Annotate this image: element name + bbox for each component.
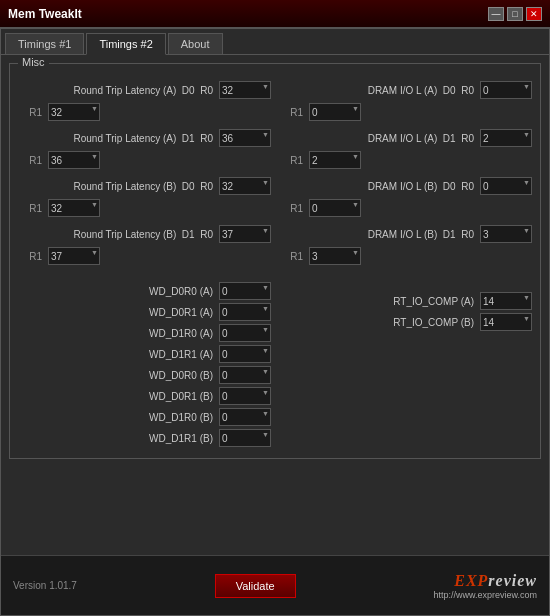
- rtl-b-d0-r0-select[interactable]: 3233: [219, 177, 271, 195]
- wd-d1r0-a-row: WD_D1R0 (A) 01: [18, 324, 271, 342]
- tab-about[interactable]: About: [168, 33, 223, 54]
- dram-a-d1-label: DRAM I/O L (A) D1 R0: [279, 133, 480, 144]
- rtl-a-d1-label: Round Trip Latency (A) D1 R0: [18, 133, 219, 144]
- wd-d1r0-a-wrapper: 01: [219, 324, 271, 342]
- rt-io-comp-a-row: RT_IO_COMP (A) 1415: [279, 292, 532, 310]
- tab-bar: Timings #1 Timings #2 About: [1, 29, 549, 55]
- rtl-b-d0-label: Round Trip Latency (B) D0 R0: [18, 181, 219, 192]
- rt-io-comp-b-row: RT_IO_COMP (B) 1415: [279, 313, 532, 331]
- tab-timings1[interactable]: Timings #1: [5, 33, 84, 54]
- wd-d1r1-b-select[interactable]: 01: [219, 429, 271, 447]
- close-button[interactable]: ✕: [526, 7, 542, 21]
- dram-a-d0-r0-wrapper: 012: [480, 81, 532, 99]
- dram-b-d1-r0-row: DRAM I/O L (B) D1 R0 34: [279, 224, 532, 244]
- rtl-b-d1-r1-wrapper: 3738: [48, 247, 100, 265]
- dram-a-d1-r1-select[interactable]: 23: [309, 151, 361, 169]
- version-label: Version 1.01.7: [13, 580, 77, 591]
- dram-b-d0-r0-select[interactable]: 01: [480, 177, 532, 195]
- dram-b-d1-r0-select[interactable]: 34: [480, 225, 532, 243]
- wd-right: RT_IO_COMP (A) 1415 RT_IO_COMP (B) 1415: [279, 282, 532, 450]
- r1-dram-a-d0: R1: [279, 107, 309, 118]
- dram-b-d0-r0-row: DRAM I/O L (B) D0 R0 01: [279, 176, 532, 196]
- rt-io-comp-a-label: RT_IO_COMP (A): [279, 296, 480, 307]
- wd-d1r1-a-row: WD_D1R1 (A) 01: [18, 345, 271, 363]
- wd-d0r1-a-wrapper: 01: [219, 303, 271, 321]
- rtl-a-d0-r0-row: Round Trip Latency (A) D0 R0 32333435: [18, 80, 271, 100]
- wd-d1r1-a-select[interactable]: 01: [219, 345, 271, 363]
- rtl-b-d1-r1-row: R1 3738: [18, 246, 271, 266]
- rtl-a-d0-r0-select[interactable]: 32333435: [219, 81, 271, 99]
- misc-group: Misc Round Trip Latency (A) D0 R0 323334…: [9, 63, 541, 459]
- wd-d1r0-b-row: WD_D1R0 (B) 01: [18, 408, 271, 426]
- rtl-b-d1-r1-select[interactable]: 3738: [48, 247, 100, 265]
- content-area: Misc Round Trip Latency (A) D0 R0 323334…: [1, 55, 549, 555]
- wd-d1r1-a-wrapper: 01: [219, 345, 271, 363]
- wd-d1r0-b-label: WD_D1R0 (B): [18, 412, 219, 423]
- dram-b-d1-r0-wrapper: 34: [480, 225, 532, 243]
- rt-io-comp-a-select[interactable]: 1415: [480, 292, 532, 310]
- wd-d1r0-a-label: WD_D1R0 (A): [18, 328, 219, 339]
- tab-timings2[interactable]: Timings #2: [86, 33, 165, 55]
- right-column: DRAM I/O L (A) D0 R0 012 R1: [279, 80, 532, 272]
- wd-d0r0-a-wrapper: 01: [219, 282, 271, 300]
- wd-d0r0-a-label: WD_D0R0 (A): [18, 286, 219, 297]
- rtl-a-d0-r1-select[interactable]: 3233: [48, 103, 100, 121]
- wd-d0r1-b-label: WD_D0R1 (B): [18, 391, 219, 402]
- wd-d0r0-a-row: WD_D0R0 (A) 01: [18, 282, 271, 300]
- wd-d1r0-b-wrapper: 01: [219, 408, 271, 426]
- rtl-a-d0-r0-wrapper: 32333435: [219, 81, 271, 99]
- rtl-b-d1-r0-select[interactable]: 3738: [219, 225, 271, 243]
- wd-d0r0-b-row: WD_D0R0 (B) 01: [18, 366, 271, 384]
- rtl-a-d1-r0-row: Round Trip Latency (A) D1 R0 3637: [18, 128, 271, 148]
- minimize-button[interactable]: —: [488, 7, 504, 21]
- rtl-b-d0-r1-select[interactable]: 3233: [48, 199, 100, 217]
- wd-d0r0-b-label: WD_D0R0 (B): [18, 370, 219, 381]
- wd-d0r0-b-select[interactable]: 01: [219, 366, 271, 384]
- rtl-b-d0-r1-row: R1 3233: [18, 198, 271, 218]
- dram-a-d0-r0-select[interactable]: 012: [480, 81, 532, 99]
- r1-sublabel3: R1: [18, 203, 48, 214]
- wd-d0r0-a-select[interactable]: 01: [219, 282, 271, 300]
- validate-button[interactable]: Validate: [215, 574, 296, 598]
- left-column: Round Trip Latency (A) D0 R0 32333435 R1: [18, 80, 271, 272]
- dram-a-d1-group: DRAM I/O L (A) D1 R0 23 R1: [279, 128, 532, 170]
- rtl-b-d0-r0-row: Round Trip Latency (B) D0 R0 3233: [18, 176, 271, 196]
- dram-a-d1-r0-select[interactable]: 23: [480, 129, 532, 147]
- wd-d0r1-a-select[interactable]: 01: [219, 303, 271, 321]
- rtl-a-d1-r1-row: R1 3637: [18, 150, 271, 170]
- rtl-a-d1-r1-select[interactable]: 3637: [48, 151, 100, 169]
- rtl-b-d1-r0-wrapper: 3738: [219, 225, 271, 243]
- rtl-a-d0-label: Round Trip Latency (A) D0 R0: [18, 85, 219, 96]
- dram-a-d0-group: DRAM I/O L (A) D0 R0 012 R1: [279, 80, 532, 122]
- dram-a-d1-r0-row: DRAM I/O L (A) D1 R0 23: [279, 128, 532, 148]
- rt-io-comp-b-wrapper: 1415: [480, 313, 532, 331]
- r1-dram-b-d0: R1: [279, 203, 309, 214]
- wd-d0r0-b-wrapper: 01: [219, 366, 271, 384]
- rt-io-comp-b-select[interactable]: 1415: [480, 313, 532, 331]
- watermark: EXPreview http://www.expreview.com: [433, 572, 537, 600]
- window-controls: — □ ✕: [488, 7, 542, 21]
- rtl-a-d0-r1-row: R1 3233: [18, 102, 271, 122]
- rtl-a-d1-r0-select[interactable]: 3637: [219, 129, 271, 147]
- wd-d1r1-b-label: WD_D1R1 (B): [18, 433, 219, 444]
- wd-d0r1-b-select[interactable]: 01: [219, 387, 271, 405]
- rtl-a-d0-r1-wrapper: 3233: [48, 103, 100, 121]
- rtl-a-d0-group: Round Trip Latency (A) D0 R0 32333435 R1: [18, 80, 271, 122]
- wd-section: WD_D0R0 (A) 01 WD_D0R1 (A) 01: [18, 282, 532, 450]
- r1-sublabel4: R1: [18, 251, 48, 262]
- dram-b-d0-group: DRAM I/O L (B) D0 R0 01 R1: [279, 176, 532, 218]
- maximize-button[interactable]: □: [507, 7, 523, 21]
- title-bar: Mem TweakIt — □ ✕: [0, 0, 550, 28]
- dram-b-d1-r1-select[interactable]: 34: [309, 247, 361, 265]
- dram-b-d1-label: DRAM I/O L (B) D1 R0: [279, 229, 480, 240]
- watermark-logo: EXPreview: [433, 572, 537, 590]
- rtl-b-d0-r1-wrapper: 3233: [48, 199, 100, 217]
- dram-b-d0-r1-select[interactable]: 01: [309, 199, 361, 217]
- dram-a-d0-r1-select[interactable]: 01: [309, 103, 361, 121]
- wd-d1r0-b-select[interactable]: 01: [219, 408, 271, 426]
- wd-d0r1-a-row: WD_D0R1 (A) 01: [18, 303, 271, 321]
- watermark-url: http://www.expreview.com: [433, 590, 537, 600]
- dram-a-d0-label: DRAM I/O L (A) D0 R0: [279, 85, 480, 96]
- wd-d1r0-a-select[interactable]: 01: [219, 324, 271, 342]
- dram-a-d1-r1-wrapper: 23: [309, 151, 361, 169]
